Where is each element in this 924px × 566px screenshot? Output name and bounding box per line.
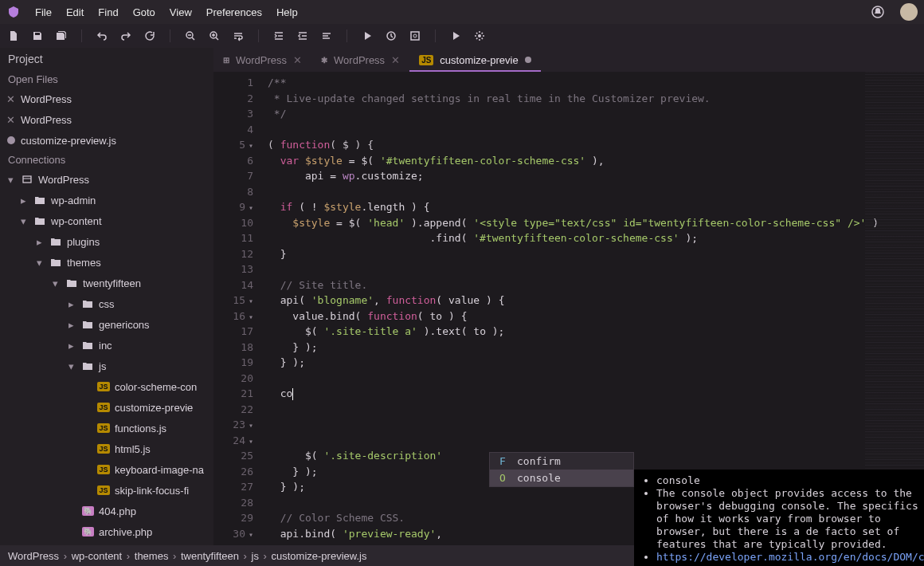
breadcrumb[interactable]: WordPress › wp-content › themes › twenty… (8, 550, 366, 562)
tree-file[interactable]: JSskip-link-focus-fi (0, 480, 213, 501)
open-file[interactable]: ✕WordPress (0, 88, 213, 109)
file-js-icon: JS (419, 55, 433, 65)
toolbar (0, 24, 924, 48)
tree-item-label: customize-previe (115, 402, 193, 414)
zoom-out-icon[interactable] (183, 29, 198, 43)
close-icon[interactable]: ✕ (6, 93, 16, 105)
tree-folder[interactable]: ▸genericons (0, 314, 213, 335)
open-file-label: WordPress (21, 114, 72, 126)
tree-file[interactable]: JSfunctions.js (0, 418, 213, 438)
notifications-icon[interactable] (870, 4, 886, 20)
tree-root-label: WordPress (38, 174, 89, 186)
autocomplete-item[interactable]: Oconsole (490, 470, 633, 486)
close-icon[interactable]: ✕ (293, 54, 302, 66)
tree-folder[interactable]: ▾wp-content (0, 210, 213, 231)
file-js-icon: JS (97, 423, 110, 433)
open-file[interactable]: customize-preview.js (0, 130, 213, 151)
chevron-down-icon: ▾ (65, 360, 76, 372)
menu-edit[interactable]: Edit (66, 6, 84, 18)
tree-file[interactable]: JShtml5.js (0, 438, 213, 459)
user-avatar[interactable] (900, 3, 918, 21)
menu-view[interactable]: View (170, 6, 192, 18)
menu-find[interactable]: Find (98, 6, 118, 18)
menu-file[interactable]: File (35, 6, 52, 18)
tree-folder[interactable]: ▸inc (0, 335, 213, 356)
indent-icon[interactable] (272, 29, 286, 43)
tree-item-label: plugins (67, 236, 100, 248)
word-wrap-icon[interactable] (231, 29, 245, 43)
inspect-icon[interactable] (408, 29, 422, 43)
tree-folder[interactable]: ▸css (0, 293, 213, 314)
tree-item-label: css (99, 298, 115, 310)
tree-file[interactable]: JSkeyboard-image-na (0, 459, 213, 480)
autocomplete-popup[interactable]: FconfirmOconsole (489, 452, 634, 487)
tab[interactable]: ⊞WordPress✕ (213, 48, 311, 72)
breadcrumb-item[interactable]: themes (135, 550, 169, 562)
tree-file[interactable]: JScustomize-previe (0, 397, 213, 418)
save-all-icon[interactable] (54, 29, 69, 43)
tab-bar: ⊞WordPress✕✱WordPress✕JScustomize-previe (213, 48, 924, 72)
kind-icon: F (498, 455, 507, 467)
tree-folder[interactable]: ▸plugins (0, 231, 213, 252)
close-icon[interactable]: ✕ (391, 54, 400, 66)
tab[interactable]: JScustomize-previe (409, 48, 541, 72)
menu-help[interactable]: Help (276, 6, 298, 18)
svg-point-5 (413, 34, 417, 37)
tree-file[interactable]: 🐘archive.php (0, 521, 213, 542)
tab[interactable]: ✱WordPress✕ (311, 48, 409, 72)
svg-point-6 (478, 34, 481, 37)
config-icon: ⊞ (223, 56, 229, 65)
documentation-popup: console The console object provides acce… (634, 470, 924, 566)
tree-file[interactable]: 🐘404.php (0, 501, 213, 521)
new-file-icon[interactable] (6, 29, 21, 43)
tree-folder[interactable]: ▾js (0, 356, 213, 376)
tree-item-label: skip-link-focus-fi (115, 485, 189, 497)
file-js-icon: JS (97, 485, 110, 495)
connection-icon (21, 174, 33, 185)
svg-rect-7 (23, 176, 31, 183)
outdent-icon[interactable] (296, 29, 310, 43)
dirty-dot-icon (525, 57, 531, 63)
line-gutter: 12345▾6789▾101112131415▾16▾1718192021222… (213, 72, 258, 545)
breadcrumb-item[interactable]: WordPress (8, 550, 59, 562)
history-icon[interactable] (384, 29, 398, 43)
doc-link[interactable]: https://developer.mozilla.org/en/docs/DO… (656, 551, 924, 563)
tree-file[interactable]: JScolor-scheme-con (0, 376, 213, 397)
folder-icon (81, 299, 94, 309)
breadcrumb-item[interactable]: wp-content (72, 550, 123, 562)
zoom-in-icon[interactable] (207, 29, 221, 43)
tree-item-label: themes (67, 257, 101, 269)
menu-preferences[interactable]: Preferences (206, 6, 262, 18)
open-file-label: WordPress (21, 93, 72, 105)
chevron-right-icon: ▸ (65, 298, 76, 310)
breadcrumb-item[interactable]: twentyfifteen (181, 550, 239, 562)
star-icon: ✱ (321, 56, 327, 65)
file-js-icon: JS (97, 465, 110, 474)
folder-icon (49, 257, 62, 267)
tree-folder[interactable]: ▸wp-admin (0, 190, 213, 210)
undo-icon[interactable] (95, 29, 109, 43)
tree-item-label: keyboard-image-na (115, 464, 204, 476)
refresh-icon[interactable] (143, 29, 157, 43)
breadcrumb-item[interactable]: customize-preview.js (272, 550, 367, 562)
doc-body: The console object provides access to th… (656, 487, 924, 551)
tree-item-label: 404.php (99, 505, 136, 517)
autocomplete-item[interactable]: Fconfirm (490, 453, 633, 470)
tree-folder[interactable]: ▾themes (0, 252, 213, 273)
settings-icon[interactable] (472, 29, 487, 43)
tree-item-label: js (99, 360, 106, 372)
open-file[interactable]: ✕WordPress (0, 109, 213, 130)
breadcrumb-item[interactable]: js (252, 550, 259, 562)
tree-item-label: genericons (99, 319, 150, 331)
redo-icon[interactable] (119, 29, 133, 43)
format-icon[interactable] (319, 29, 334, 43)
menu-goto[interactable]: Goto (133, 6, 155, 18)
save-icon[interactable] (30, 29, 45, 43)
play-icon[interactable] (448, 29, 463, 43)
close-icon[interactable]: ✕ (6, 114, 16, 126)
connections-label: Connections (0, 151, 213, 169)
tree-root[interactable]: ▾ WordPress (0, 169, 213, 190)
tree-folder[interactable]: ▾twentyfifteen (0, 273, 213, 293)
svg-rect-4 (411, 32, 419, 40)
run-icon[interactable] (360, 29, 374, 43)
